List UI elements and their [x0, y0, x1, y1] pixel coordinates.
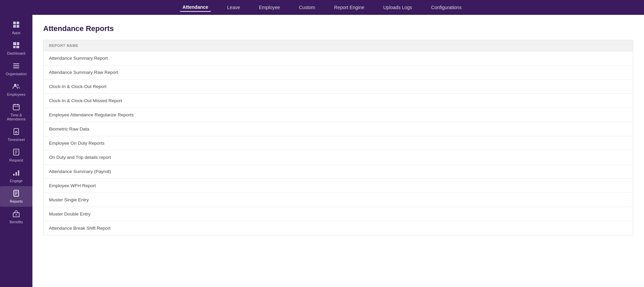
table-row[interactable]: Attendance Summary Raw Report	[44, 65, 633, 80]
sidebar-item-organisation[interactable]: Organisation	[0, 59, 32, 79]
table-row[interactable]: Clock-In & Clock-Out Missed Report	[44, 94, 633, 108]
top-nav-item-custom[interactable]: Custom	[296, 3, 318, 11]
organisation-icon	[12, 62, 20, 70]
sidebar-item-label-benefits: Benefits	[9, 220, 23, 224]
report-name-cell: Clock-In & Clock-Out Report	[44, 80, 633, 94]
sidebar-item-label-employees: Employees	[7, 92, 25, 96]
report-name-cell: Muster Single Entry	[44, 193, 633, 207]
svg-rect-8	[13, 63, 19, 64]
svg-rect-13	[13, 105, 19, 110]
table-row[interactable]: Employee On Duty Reports	[44, 136, 633, 150]
report-name-cell: Biometric Raw Data	[44, 122, 633, 136]
top-nav-item-report-engine[interactable]: Report Engine	[331, 3, 367, 11]
request-icon	[12, 148, 20, 157]
svg-rect-7	[16, 46, 19, 48]
sidebar-item-label-apps: Apps	[12, 31, 20, 35]
svg-point-12	[17, 84, 19, 86]
top-nav-item-uploads-logs[interactable]: Uploads Logs	[381, 3, 415, 11]
table-row[interactable]: Biometric Raw Data	[44, 122, 633, 136]
svg-rect-9	[13, 65, 19, 66]
sidebar-item-label-time-attendance: Time & Attendance	[1, 113, 31, 121]
top-nav-item-leave[interactable]: Leave	[225, 3, 243, 11]
table-row[interactable]: Employee WFH Report	[44, 179, 633, 193]
apps-icon	[12, 21, 20, 29]
svg-rect-5	[17, 42, 19, 45]
report-name-cell: Attendance Summary (Payroll)	[44, 165, 633, 179]
time-attendance-icon	[12, 103, 20, 112]
sidebar: AppsDashboardOrganisationEmployeesTime &…	[0, 15, 32, 287]
sidebar-item-request[interactable]: Request	[0, 145, 32, 166]
report-name-cell: Muster Double Entry	[44, 207, 633, 221]
benefits-icon	[12, 210, 20, 219]
sidebar-item-time-attendance[interactable]: Time & Attendance	[0, 100, 32, 124]
employees-icon	[12, 83, 20, 91]
svg-rect-0	[13, 22, 16, 24]
report-name-cell: Attendance Break Shift Report	[44, 221, 633, 235]
report-name-cell: Attendance Summary Report	[44, 51, 633, 65]
svg-rect-3	[17, 25, 19, 28]
report-name-cell: Employee WFH Report	[44, 179, 633, 193]
top-navigation: AttendanceLeaveEmployeeCustomReport Engi…	[0, 0, 644, 15]
top-nav-item-attendance[interactable]: Attendance	[180, 3, 211, 12]
svg-rect-10	[13, 67, 19, 68]
svg-rect-1	[17, 22, 19, 24]
svg-rect-24	[13, 174, 15, 176]
svg-point-11	[14, 84, 17, 86]
dashboard-icon	[12, 41, 20, 50]
svg-rect-2	[13, 25, 16, 28]
report-name-cell: Employee Attendance Regularize Reports	[44, 108, 633, 122]
table-row[interactable]: Muster Double Entry	[44, 207, 633, 221]
table-row[interactable]: Attendance Summary (Payroll)	[44, 165, 633, 179]
sidebar-item-label-reports: Reports	[10, 199, 23, 203]
page-title: Attendance Reports	[43, 24, 633, 33]
sidebar-item-label-organisation: Organisation	[6, 72, 27, 76]
table-row[interactable]: Muster Single Entry	[44, 193, 633, 207]
content-area: Attendance Reports REPORT NAME Attendanc…	[32, 15, 644, 287]
report-name-cell: On Duty and Trip details report	[44, 150, 633, 165]
sidebar-item-label-request: Request	[9, 158, 23, 162]
sidebar-item-reports[interactable]: Reports	[0, 186, 32, 207]
sidebar-item-apps[interactable]: Apps	[0, 18, 32, 38]
report-table: REPORT NAME Attendance Summary ReportAtt…	[43, 40, 633, 235]
sidebar-item-label-timesheet: Timesheet	[8, 138, 25, 142]
engage-icon	[12, 169, 20, 177]
report-name-cell: Employee On Duty Reports	[44, 136, 633, 150]
sidebar-item-employees[interactable]: Employees	[0, 79, 32, 100]
table-row[interactable]: Clock-In & Clock-Out Report	[44, 80, 633, 94]
top-nav-item-configurations[interactable]: Configurations	[428, 3, 464, 11]
top-nav-item-employee[interactable]: Employee	[256, 3, 283, 11]
sidebar-item-label-dashboard: Dashboard	[7, 51, 25, 55]
sidebar-item-engage[interactable]: Engage	[0, 166, 32, 186]
main-layout: AppsDashboardOrganisationEmployeesTime &…	[0, 15, 644, 287]
sidebar-item-dashboard[interactable]: Dashboard	[0, 38, 32, 59]
svg-rect-4	[13, 42, 16, 45]
sidebar-item-benefits[interactable]: Benefits	[0, 207, 32, 227]
sidebar-item-timesheet[interactable]: Timesheet	[0, 124, 32, 145]
svg-rect-25	[16, 172, 17, 176]
table-row[interactable]: Employee Attendance Regularize Reports	[44, 108, 633, 122]
reports-icon	[12, 190, 20, 198]
report-name-cell: Clock-In & Clock-Out Missed Report	[44, 94, 633, 108]
sidebar-item-label-engage: Engage	[10, 179, 23, 183]
timesheet-icon	[12, 128, 20, 136]
table-header-report-name: REPORT NAME	[44, 40, 633, 51]
table-row[interactable]: On Duty and Trip details report	[44, 150, 633, 165]
svg-rect-26	[18, 170, 19, 176]
table-row[interactable]: Attendance Break Shift Report	[44, 221, 633, 235]
report-name-cell: Attendance Summary Raw Report	[44, 65, 633, 80]
svg-rect-6	[13, 46, 16, 48]
table-row[interactable]: Attendance Summary Report	[44, 51, 633, 65]
